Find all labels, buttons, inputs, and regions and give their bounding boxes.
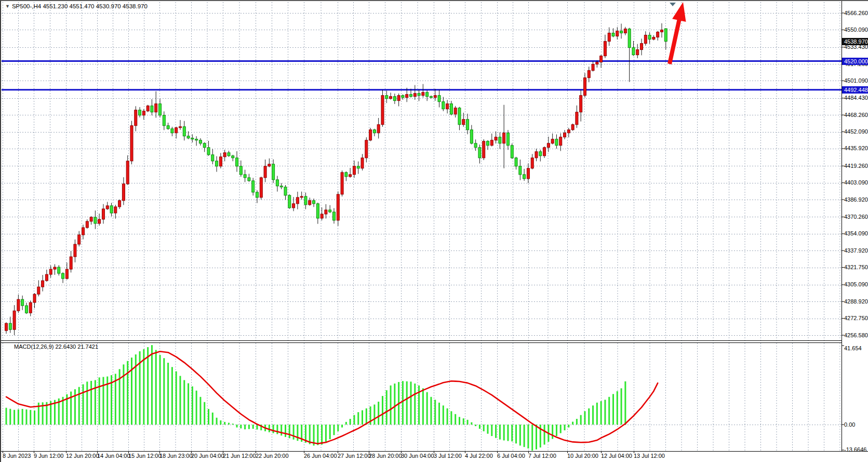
macd-histogram-bar <box>438 403 440 425</box>
price-axis-label: 4370.260 <box>844 214 868 220</box>
candle <box>648 35 651 39</box>
macd-histogram-bar <box>353 415 355 425</box>
macd-histogram-bar <box>192 387 193 425</box>
candle <box>466 120 469 130</box>
candle <box>191 138 194 139</box>
candle <box>5 323 8 331</box>
candle <box>596 62 598 64</box>
candle <box>470 130 473 143</box>
candle <box>329 210 331 212</box>
macd-histogram-bar <box>531 425 533 451</box>
trend-arrow[interactable] <box>667 2 686 64</box>
candle <box>29 302 32 313</box>
mt4-chart-window: ▼SP500-,H4 4551.230 4551.470 4530.970 45… <box>0 0 868 462</box>
macd-histogram-bar <box>345 422 347 425</box>
price-axis-label: 4288.920 <box>844 298 868 305</box>
macd-histogram-bar <box>483 425 485 431</box>
candle <box>657 32 659 37</box>
macd-histogram-bar <box>119 369 121 425</box>
macd-histogram-bar <box>297 425 298 441</box>
candle <box>373 130 376 133</box>
candle <box>604 42 606 56</box>
ohlc-values: 4551.230 4551.470 4530.970 4538.970 <box>43 3 147 9</box>
time-axis-label: 21 Jun 12:00 <box>223 453 256 459</box>
time-axis-label: 8 Jun 2023 <box>3 453 31 459</box>
macd-histogram-bar <box>624 381 626 425</box>
candle <box>519 166 522 175</box>
candle <box>555 139 558 146</box>
macd-histogram-bar <box>155 350 157 425</box>
candle <box>155 104 157 112</box>
macd-histogram-bar <box>6 408 7 425</box>
candle <box>139 110 141 115</box>
chart-canvas[interactable] <box>1 1 868 462</box>
price-axis-label: 4321.750 <box>844 264 868 271</box>
scroll-to-end-icon[interactable] <box>670 3 676 6</box>
macd-histogram-bar <box>515 425 517 443</box>
time-axis-label: 9 Jun 12:00 <box>34 453 64 459</box>
candle <box>393 97 396 101</box>
time-axis-label: 12 Jul 04:00 <box>601 453 632 459</box>
macd-histogram-bar <box>188 383 189 425</box>
candle <box>385 96 388 99</box>
macd-histogram-bar <box>434 400 436 425</box>
macd-histogram-bar <box>495 425 497 438</box>
candle <box>159 104 162 115</box>
candle <box>256 192 258 197</box>
candle <box>130 126 133 161</box>
macd-histogram-bar <box>18 410 19 425</box>
candle <box>146 106 149 111</box>
price-axis-label: 4386.920 <box>844 196 868 203</box>
macd-histogram-bar <box>285 425 286 437</box>
macd-histogram-bar <box>204 402 205 425</box>
candle <box>216 161 218 166</box>
macd-histogram-bar <box>224 422 225 425</box>
candle <box>369 130 372 140</box>
price-axis-label: 4550.090 <box>844 27 868 33</box>
candle <box>527 168 529 179</box>
candle <box>576 112 578 125</box>
macd-histogram-bar <box>34 411 35 425</box>
candle <box>381 96 384 125</box>
macd-histogram-bar <box>14 410 15 425</box>
candle <box>183 127 185 136</box>
candle <box>33 294 36 302</box>
time-axis-label: 4 Jul 22:00 <box>465 453 493 459</box>
candle <box>42 281 44 287</box>
candle <box>506 133 509 146</box>
macd-histogram-bar <box>507 425 509 441</box>
time-axis-label: 28 Jun 20:00 <box>369 453 402 459</box>
candle <box>365 140 368 158</box>
macd-histogram-bar <box>479 425 480 429</box>
macd-histogram-bar <box>289 425 290 438</box>
candle <box>511 146 513 158</box>
symbol-dropdown-icon[interactable]: ▼ <box>5 4 10 9</box>
candle <box>228 153 230 156</box>
candle <box>624 29 626 33</box>
candle <box>600 56 603 62</box>
macd-histogram-bar <box>329 425 331 439</box>
candle <box>316 204 319 218</box>
macd-histogram-bar <box>499 425 501 440</box>
candle <box>203 143 206 148</box>
candle <box>499 137 501 143</box>
candle <box>232 156 234 158</box>
candle <box>62 273 64 279</box>
time-axis-label: 30 Jun 04:00 <box>401 453 434 459</box>
candle <box>503 133 505 143</box>
candle <box>413 94 416 97</box>
price-axis-label: 4403.090 <box>844 179 868 186</box>
macd-histogram-bar <box>269 425 270 432</box>
candle <box>644 35 647 44</box>
candle <box>223 153 226 157</box>
candle <box>207 148 210 155</box>
candle <box>434 96 436 98</box>
macd-histogram-bar <box>90 381 92 425</box>
candle <box>325 210 327 214</box>
macd-histogram-bar <box>256 425 258 430</box>
candle <box>608 33 610 42</box>
candle <box>583 78 586 96</box>
time-axis-label: 18 Jun 23:00 <box>159 453 193 459</box>
macd-histogram-bar <box>450 411 452 425</box>
macd-histogram-bar <box>325 425 327 442</box>
